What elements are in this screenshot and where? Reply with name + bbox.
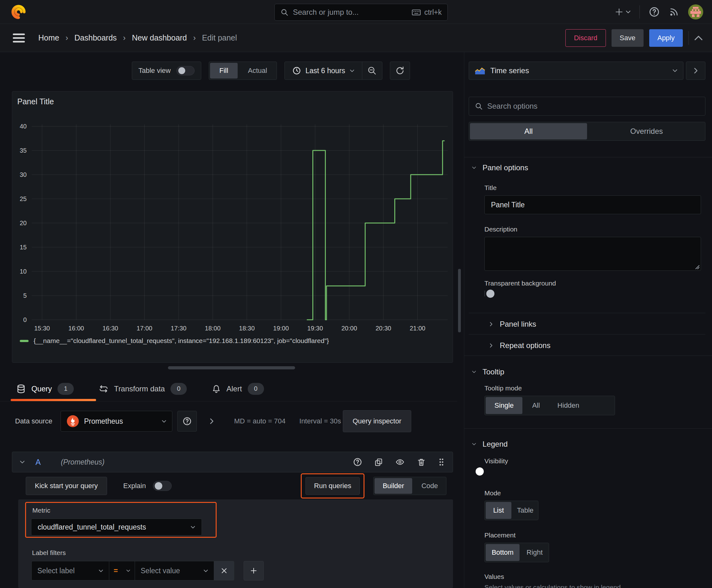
zoom-out-button[interactable] bbox=[362, 62, 382, 80]
legend-mode-label: Mode bbox=[484, 489, 501, 497]
query-toolbar-row: Kick start your query Explain Run querie… bbox=[26, 476, 447, 496]
select-label-dropdown[interactable]: Select label bbox=[31, 561, 109, 581]
actual-option[interactable]: Actual bbox=[239, 62, 277, 80]
panel-links-header[interactable]: Panel links bbox=[490, 317, 536, 332]
chevron-right-icon bbox=[490, 343, 493, 348]
svg-text:19:00: 19:00 bbox=[273, 325, 289, 332]
query-help-icon[interactable] bbox=[353, 457, 362, 467]
svg-text:18:30: 18:30 bbox=[239, 325, 255, 332]
news-rss-icon[interactable] bbox=[669, 6, 679, 17]
metric-label: Metric bbox=[33, 507, 50, 514]
apply-button[interactable]: Apply bbox=[649, 29, 683, 47]
tooltip-mode-all[interactable]: All bbox=[523, 396, 548, 415]
add-new-button[interactable] bbox=[615, 8, 631, 16]
time-range-label: Last 6 hours bbox=[305, 67, 345, 75]
datasource-picker[interactable]: Prometheus bbox=[61, 411, 172, 432]
vertical-scrollbar[interactable] bbox=[458, 269, 461, 332]
label-filters-label: Label filters bbox=[32, 549, 66, 556]
viz-picker[interactable]: Time series bbox=[469, 62, 684, 80]
panel-title-input[interactable]: Panel Title bbox=[484, 195, 701, 214]
breadcrumb-dashboards[interactable]: Dashboards bbox=[74, 33, 117, 42]
breadcrumb-new-dashboard[interactable]: New dashboard bbox=[132, 33, 187, 42]
collapse-query-icon[interactable] bbox=[20, 460, 25, 464]
timeseries-chart[interactable]: 15:3016:0016:3017:0017:3018:0018:3019:00… bbox=[16, 120, 455, 339]
user-avatar[interactable] bbox=[688, 4, 703, 19]
legend-mode-list[interactable]: List bbox=[486, 502, 511, 519]
operator-dropdown[interactable]: = bbox=[109, 561, 135, 581]
kick-start-button[interactable]: Kick start your query bbox=[26, 477, 107, 495]
chevron-down-icon bbox=[672, 69, 677, 72]
select-value-dropdown[interactable]: Select value bbox=[135, 561, 214, 581]
database-icon bbox=[16, 384, 26, 394]
options-search[interactable]: Search options bbox=[469, 97, 706, 115]
tab-overrides[interactable]: Overrides bbox=[588, 122, 705, 141]
run-queries-button[interactable]: Run queries bbox=[305, 477, 360, 495]
visibility-label: Visibility bbox=[484, 457, 508, 465]
code-option[interactable]: Code bbox=[413, 477, 446, 495]
duplicate-query-icon[interactable] bbox=[374, 458, 383, 466]
legend-swatch[interactable] bbox=[20, 340, 28, 342]
query-ref-id[interactable]: A bbox=[36, 458, 41, 467]
tab-all[interactable]: All bbox=[470, 123, 587, 140]
svg-text:17:00: 17:00 bbox=[136, 325, 152, 332]
prometheus-icon bbox=[67, 415, 79, 427]
tab-query[interactable]: Query 1 bbox=[16, 376, 74, 401]
remove-filter-button[interactable] bbox=[214, 561, 234, 581]
query-row-header[interactable]: A (Prometheus) bbox=[12, 452, 453, 472]
fill-option[interactable]: Fill bbox=[210, 63, 238, 79]
query-datasource-hint: (Prometheus) bbox=[61, 458, 105, 466]
remove-query-trash-icon[interactable] bbox=[417, 458, 426, 466]
chevron-down-icon bbox=[191, 525, 195, 529]
tab-transform[interactable]: Transform data 0 bbox=[99, 383, 187, 395]
help-icon[interactable] bbox=[649, 6, 660, 18]
menu-toggle-icon[interactable] bbox=[13, 33, 25, 43]
legend-header[interactable]: Legend bbox=[472, 435, 508, 454]
select-value-placeholder: Select value bbox=[141, 567, 180, 575]
tooltip-mode-segment: Single All Hidden bbox=[484, 396, 615, 415]
chevron-down-icon bbox=[203, 569, 208, 573]
table-view-toggle[interactable] bbox=[176, 66, 195, 76]
placement-bottom[interactable]: Bottom bbox=[486, 544, 520, 561]
description-textarea[interactable] bbox=[484, 237, 701, 271]
tooltip-header[interactable]: Tooltip bbox=[472, 362, 504, 381]
svg-text:15:30: 15:30 bbox=[34, 325, 50, 332]
tooltip-mode-single[interactable]: Single bbox=[486, 397, 522, 414]
global-search[interactable]: Search or jump to... ctrl+k bbox=[274, 4, 448, 21]
metric-select[interactable]: cloudflared_tunnel_total_requests bbox=[31, 519, 202, 536]
svg-text:35: 35 bbox=[20, 147, 27, 154]
refresh-button[interactable] bbox=[390, 62, 410, 80]
tab-alert[interactable]: Alert 0 bbox=[212, 383, 264, 395]
panel-title[interactable]: Panel Title bbox=[17, 97, 54, 106]
time-range-picker[interactable]: Last 6 hours bbox=[285, 62, 362, 80]
hide-response-eye-icon[interactable] bbox=[395, 458, 405, 466]
explain-toggle[interactable] bbox=[153, 481, 172, 491]
builder-option[interactable]: Builder bbox=[374, 478, 412, 494]
datasource-help-button[interactable] bbox=[177, 411, 197, 432]
expand-options-icon[interactable] bbox=[209, 418, 214, 425]
grafana-logo-icon[interactable] bbox=[10, 3, 27, 20]
transparent-bg-toggle[interactable] bbox=[484, 291, 485, 296]
save-button[interactable]: Save bbox=[611, 29, 644, 47]
tooltip-mode-hidden[interactable]: Hidden bbox=[549, 396, 588, 415]
repeat-options-header[interactable]: Repeat options bbox=[490, 338, 550, 353]
placement-right[interactable]: Right bbox=[520, 543, 549, 562]
collapse-pane-button[interactable] bbox=[686, 62, 706, 80]
drag-handle-icon[interactable] bbox=[438, 457, 445, 467]
datasource-name: Prometheus bbox=[84, 417, 123, 426]
panel-options-header[interactable]: Panel options bbox=[472, 158, 528, 177]
svg-text:15: 15 bbox=[20, 244, 27, 251]
transform-icon bbox=[99, 384, 108, 394]
legend-mode-table[interactable]: Table bbox=[512, 501, 538, 520]
nav-bar: Home › Dashboards › New dashboard › Edit… bbox=[0, 24, 712, 52]
svg-text:10: 10 bbox=[20, 268, 27, 275]
collapse-header-icon[interactable] bbox=[694, 35, 703, 41]
discard-button[interactable]: Discard bbox=[565, 29, 606, 47]
svg-text:20: 20 bbox=[20, 219, 27, 227]
splitter-handle[interactable] bbox=[168, 366, 295, 370]
legend-series-name[interactable]: {__name__="cloudflared_tunnel_total_requ… bbox=[34, 337, 329, 344]
svg-text:21:00: 21:00 bbox=[410, 325, 425, 332]
svg-text:0: 0 bbox=[23, 316, 27, 323]
add-filter-button[interactable] bbox=[244, 561, 264, 581]
breadcrumb-home[interactable]: Home bbox=[38, 33, 59, 42]
query-inspector-button[interactable]: Query inspector bbox=[343, 410, 411, 432]
